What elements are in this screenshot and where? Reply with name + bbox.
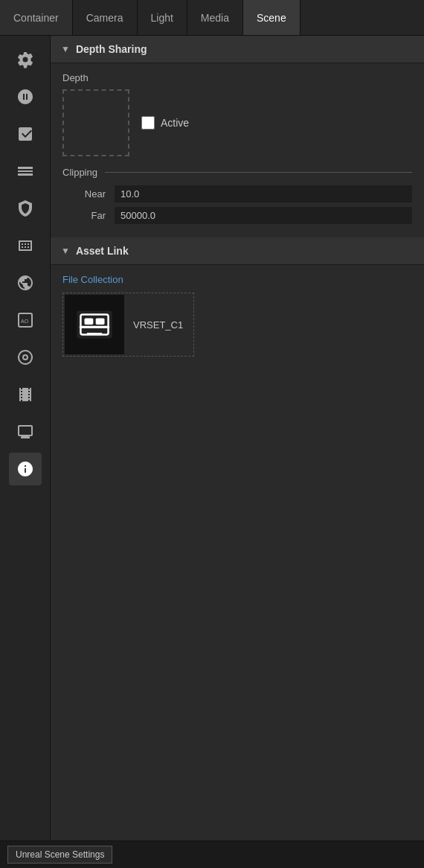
tab-media[interactable]: Media: [187, 0, 243, 35]
depth-row: Active: [62, 89, 412, 156]
sidebar-strip-icon[interactable]: [9, 155, 42, 188]
sidebar-globe-icon[interactable]: [9, 267, 42, 299]
far-label: Far: [62, 210, 115, 221]
active-checkbox-row: Active: [141, 116, 189, 130]
tooltip-box: Unreal Scene Settings: [7, 846, 112, 864]
depth-sharing-content: Depth Active Clipping Near Far: [51, 63, 424, 237]
near-input[interactable]: [115, 185, 412, 202]
tab-light[interactable]: Light: [138, 0, 187, 35]
main-layout: AO ▼ Depth Sharing Depth Active: [0, 36, 424, 868]
asset-link-content: File Collection VRSET_C1: [51, 265, 424, 366]
asset-thumbnail-icon: [74, 304, 115, 345]
depth-sharing-title: Depth Sharing: [76, 43, 147, 55]
sidebar-fx-icon[interactable]: [9, 118, 42, 150]
sidebar-render-icon[interactable]: [9, 80, 42, 113]
depth-label: Depth: [62, 72, 412, 83]
sidebar-settings-icon[interactable]: [9, 43, 42, 76]
active-checkbox[interactable]: [141, 116, 155, 130]
file-collection-label: File Collection: [62, 274, 412, 285]
depth-thumbnail: [62, 89, 129, 156]
far-input[interactable]: [115, 207, 412, 224]
tab-bar: Container Camera Light Media Scene: [0, 0, 424, 36]
tooltip-text: Unreal Scene Settings: [16, 849, 104, 860]
asset-link-chevron-icon: ▼: [61, 246, 70, 256]
sidebar-unreal-icon[interactable]: [9, 453, 42, 485]
asset-link-header[interactable]: ▼ Asset Link: [51, 237, 424, 265]
near-field-row: Near: [62, 185, 412, 202]
active-label: Active: [161, 117, 189, 129]
svg-rect-6: [80, 326, 110, 328]
tab-container[interactable]: Container: [0, 0, 73, 35]
svg-text:AO: AO: [21, 319, 29, 324]
sidebar-ao-icon[interactable]: AO: [9, 304, 42, 336]
svg-rect-5: [96, 319, 105, 325]
chevron-icon: ▼: [61, 44, 70, 54]
bottom-bar: Unreal Scene Settings: [0, 840, 424, 868]
asset-name: VRSET_C1: [133, 319, 183, 331]
sidebar: AO: [0, 36, 51, 868]
tab-scene[interactable]: Scene: [243, 0, 301, 35]
asset-thumbnail: [65, 295, 124, 354]
sidebar-hdr-icon[interactable]: [9, 229, 42, 262]
sidebar-film-icon[interactable]: [9, 378, 42, 411]
near-label: Near: [62, 188, 115, 200]
sidebar-screen-icon[interactable]: [9, 415, 42, 448]
far-field-row: Far: [62, 207, 412, 224]
clipping-row: Clipping: [62, 167, 412, 178]
content-area: ▼ Depth Sharing Depth Active Clipping Ne…: [51, 36, 424, 868]
tab-camera[interactable]: Camera: [73, 0, 138, 35]
asset-link-title: Asset Link: [76, 245, 129, 257]
clipping-label: Clipping: [62, 167, 97, 178]
sidebar-swirl-icon[interactable]: [9, 341, 42, 374]
file-collection-item[interactable]: VRSET_C1: [62, 293, 194, 357]
sidebar-shield-icon[interactable]: [9, 192, 42, 225]
clipping-divider: [105, 172, 412, 173]
svg-rect-4: [85, 319, 94, 325]
depth-sharing-header[interactable]: ▼ Depth Sharing: [51, 36, 424, 63]
